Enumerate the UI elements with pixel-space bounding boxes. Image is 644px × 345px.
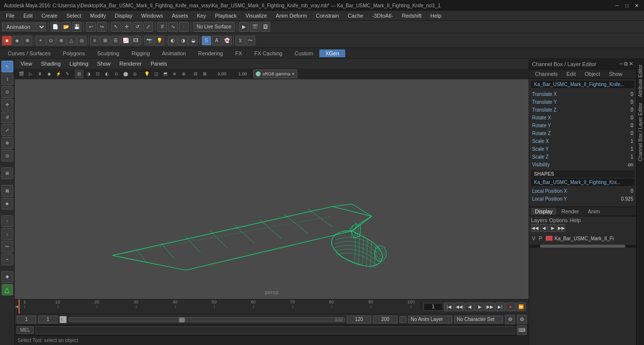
undo-btn[interactable]: ↩ [86,22,96,32]
vp-smooth-btn[interactable]: ⬤ [121,69,130,78]
smooth-wire-btn[interactable]: ◒ [188,36,198,46]
menu-assets[interactable]: Assets [168,12,192,20]
rp-scrollbar-thumb[interactable] [540,245,625,248]
rp-tab-channels[interactable]: Channels [531,70,561,77]
pb-jump-end[interactable]: ▶| [495,302,505,311]
camera-dolly-btn[interactable]: △ [1,284,13,296]
layer-arrow-right1[interactable]: ▶ [549,224,556,232]
snap-surface-btn[interactable]: ⊠ [1,185,13,197]
vp-menu-renderer[interactable]: Renderer [115,60,146,68]
menu-animdeform[interactable]: Anim Deform [272,12,311,20]
vp-grid-btn[interactable]: ⊞ [75,69,84,78]
anim-prefs-btn[interactable]: ⚙ [517,315,527,324]
menu-create[interactable]: Create [38,12,62,20]
vp-playblast-btn[interactable]: ▷ [26,69,35,78]
vp-menu-lighting[interactable]: Lighting [66,60,92,68]
vp-menu-shading[interactable]: Shading [37,60,65,68]
sculpt-relax-btn[interactable]: ⌁ [1,253,13,265]
workspace-dropdown[interactable]: Animation [2,23,46,31]
trax-btn[interactable]: 🎞 [131,36,141,46]
pb-speed[interactable]: ⏩ [516,302,526,311]
select-btn[interactable]: ↖ [111,22,121,32]
vp-motion-blur-btn[interactable]: ≋ [170,69,179,78]
pb-jump-start[interactable]: |◀ [444,302,454,311]
open-btn[interactable]: 📂 [61,22,71,32]
tab-xgen[interactable]: XGen [319,49,345,57]
vp-shade-btn[interactable]: ◑ [84,69,93,78]
mel-toggle[interactable]: MEL [17,326,34,334]
tab-rigging[interactable]: Rigging [126,49,155,57]
vp-wire-btn[interactable]: ⊡ [93,69,102,78]
rp-bottom-tab-anim[interactable]: Anim [584,208,604,215]
vp-dof-btn[interactable]: ⊕ [179,69,188,78]
show-manip-btn[interactable]: ⊞ [1,167,13,179]
rp-bottom-tab-render[interactable]: Render [557,208,583,215]
graph-ed-btn[interactable]: 📈 [121,36,131,46]
tab-animation[interactable]: Animation [156,49,192,57]
axis-cross-btn[interactable]: ✚ [1,271,13,283]
tab-custom[interactable]: Custom [289,49,319,57]
vp-menu-panels[interactable]: Panels [147,60,171,68]
scale-tool-btn[interactable]: ⤢ [1,124,13,136]
rp-minimize-btn[interactable]: ─ [619,61,623,67]
layer-arrow-right2[interactable]: ▶▶ [557,224,565,232]
rp-close-btn[interactable]: ✕ [629,61,633,67]
pb-step-back[interactable]: ◀◀ [454,302,464,311]
set-key-btn[interactable]: S [201,36,211,46]
handle-icon[interactable]: ⊕ [56,36,66,46]
menu-redshift[interactable]: Redshift [398,12,425,20]
component-mode-btn[interactable]: ◈ [12,36,22,46]
vp-shadow-btn[interactable]: ◫ [152,69,160,78]
range-start-input[interactable] [17,316,36,323]
outliner-btn[interactable]: ☰ [111,36,120,46]
close-button[interactable]: ✕ [633,2,640,9]
char-set-btn[interactable]: ⚙ [505,315,515,324]
menu-file[interactable]: File [2,12,19,20]
attr-spread-btn[interactable]: ⊞ [100,36,110,46]
render-btn[interactable]: ▶ [239,22,249,32]
snap-live-btn[interactable]: ◈ [1,198,13,209]
layer-name-1[interactable]: Ka_Bar_USMC_Mark_II_Fi [555,236,614,241]
lasso-btn[interactable]: ⌇ [1,73,13,85]
layers-menu-help[interactable]: Help [570,217,581,223]
attribute-editor-tab[interactable]: Attribute Editor [637,63,644,99]
cv-icon[interactable]: + [36,36,45,46]
vp-key-btn[interactable]: ◆ [44,69,53,78]
timeline-ruler[interactable]: 1 10 20 30 [19,299,421,314]
light-btn[interactable]: 💡 [155,36,164,46]
menu-modify[interactable]: Modify [86,12,110,20]
select-tool-btn[interactable]: ↖ [1,61,13,72]
pivot-icon[interactable]: ◎ [77,36,87,46]
pb-forward[interactable]: ▶▶ [485,302,495,311]
pb-record[interactable]: ● [506,302,515,311]
pb-back[interactable]: ◀ [465,302,474,311]
channel-box-tab[interactable]: Channel Box / Layer Editor [637,101,644,163]
current-frame-input[interactable] [423,303,443,311]
menu-cache[interactable]: Cache [344,12,367,20]
paint-select-btn[interactable]: ⊙ [1,86,13,98]
sculpt-push-btn[interactable]: ↑ [1,215,13,227]
new-scene-btn[interactable]: 📄 [50,22,60,32]
soft-mod-btn[interactable]: ◎ [1,150,13,161]
xray-btn[interactable]: ◐ [168,36,178,46]
layers-menu-layers[interactable]: Layers [531,217,547,223]
tab-polygons[interactable]: Polygons [57,49,90,57]
deformer-icon[interactable]: △ [67,36,76,46]
vp-edit-btn[interactable]: ✎ [63,69,72,78]
rp-bottom-tab-display[interactable]: Display [531,208,556,215]
rotate-tool-btn[interactable]: ↺ [1,112,13,123]
layer-arrow-left2[interactable]: ◀ [540,224,548,232]
range-end-input[interactable] [347,316,371,323]
range-max-input[interactable] [373,316,398,323]
vp-hud-btn[interactable]: ⊟ [191,69,200,78]
tab-fx-caching[interactable]: FX Caching [248,49,288,57]
frame-current-input[interactable] [38,316,58,323]
ipr-btn[interactable]: 🎬 [250,22,260,32]
paint-mode-btn[interactable]: ⊕ [22,36,32,46]
timeline-collapse-btn[interactable]: ◀ [15,299,19,314]
pb-play[interactable]: ▶ [475,302,485,311]
vp-ao-btn[interactable]: ⬒ [161,69,170,78]
layers-menu-options[interactable]: Options [549,217,568,223]
tab-sculpting[interactable]: Sculpting [91,49,125,57]
save-btn[interactable]: 💾 [72,22,82,32]
